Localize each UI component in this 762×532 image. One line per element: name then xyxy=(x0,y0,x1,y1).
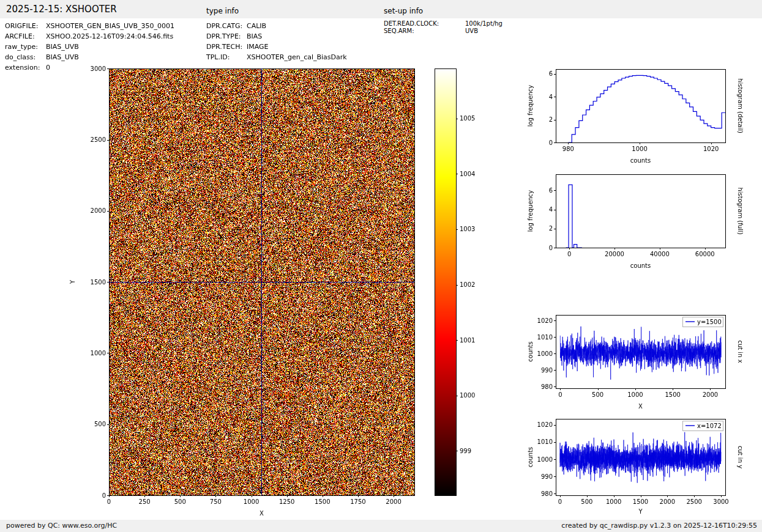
do-class-value: BIAS_UVB xyxy=(46,52,79,62)
arcfile-row: ARCFILE: XSHOO.2025-12-16T09:24:04.546.f… xyxy=(5,31,174,42)
footer-created-by: created by qc_rawdisp.py v1.2.3 on 2025-… xyxy=(561,520,757,532)
extension-value: 0 xyxy=(46,62,50,73)
setup-info-block: DET.READ.CLOCK: 100k/1pt/hg SEQ.ARM: UVB xyxy=(384,20,502,35)
cut-in-x-plot xyxy=(520,307,744,417)
histogram-detail-plot xyxy=(520,61,744,171)
raw-type-label: raw_type: xyxy=(5,42,46,52)
dpr-tech-label: DPR.TECH: xyxy=(206,42,247,52)
type-info-heading: type info xyxy=(206,7,239,15)
dpr-type-label: DPR.TYPE: xyxy=(206,31,247,42)
origfile-label: ORIGFILE: xyxy=(5,21,46,31)
dpr-type-row: DPR.TYPE: BIAS xyxy=(206,31,347,42)
qc-rawdisp-page: 2025-12-15: XSHOOTER type info set-up in… xyxy=(0,0,762,532)
arcfile-label: ARCFILE: xyxy=(5,31,46,42)
header-bar: 2025-12-15: XSHOOTER type info set-up in… xyxy=(0,0,762,18)
tpl-id-value: XSHOOTER_gen_cal_BiasDark xyxy=(247,52,347,62)
tpl-id-label: TPL.ID: xyxy=(206,52,247,62)
do-class-row: do_class: BIAS_UVB xyxy=(5,52,174,62)
seq-arm-label: SEQ.ARM: xyxy=(384,28,465,35)
origfile-value: XSHOOTER_GEN_BIAS_UVB_350_0001 xyxy=(46,21,174,31)
colorbar xyxy=(431,61,484,520)
read-clock-value: 100k/1pt/hg xyxy=(465,20,502,28)
type-info-block: DPR.CATG: CALIB DPR.TYPE: BIAS DPR.TECH:… xyxy=(206,21,347,62)
dpr-catg-value: CALIB xyxy=(247,21,266,31)
seq-arm-row: SEQ.ARM: UVB xyxy=(384,28,502,35)
tpl-id-row: TPL.ID: XSHOOTER_gen_cal_BiasDark xyxy=(206,52,347,62)
do-class-label: do_class: xyxy=(5,52,46,62)
extension-label: extension: xyxy=(5,62,46,73)
raw-type-value: BIAS_UVB xyxy=(46,42,79,52)
page-title: 2025-12-15: XSHOOTER xyxy=(6,4,117,15)
footer-bar: powered by QC: www.eso.org/HC created by… xyxy=(0,520,762,532)
dpr-tech-row: DPR.TECH: IMAGE xyxy=(206,42,347,52)
cut-in-y-plot xyxy=(520,411,744,520)
dpr-catg-label: DPR.CATG: xyxy=(206,21,247,31)
origfile-row: ORIGFILE: XSHOOTER_GEN_BIAS_UVB_350_0001 xyxy=(5,21,174,31)
extension-row: extension: 0 xyxy=(5,62,174,73)
dpr-type-value: BIAS xyxy=(247,31,262,42)
dpr-catg-row: DPR.CATG: CALIB xyxy=(206,21,347,31)
dpr-tech-value: IMAGE xyxy=(247,42,269,52)
file-info-block: ORIGFILE: XSHOOTER_GEN_BIAS_UVB_350_0001… xyxy=(5,21,174,73)
setup-info-heading: set-up info xyxy=(384,7,423,15)
histogram-full-plot xyxy=(520,166,744,276)
read-clock-row: DET.READ.CLOCK: 100k/1pt/hg xyxy=(384,20,502,28)
raw-type-row: raw_type: BIAS_UVB xyxy=(5,42,174,52)
arcfile-value: XSHOO.2025-12-16T09:24:04.546.fits xyxy=(46,31,173,42)
footer-powered-by: powered by QC: www.eso.org/HC xyxy=(6,520,117,532)
read-clock-label: DET.READ.CLOCK: xyxy=(384,20,465,28)
seq-arm-value: UVB xyxy=(465,28,478,35)
raw-image-plot xyxy=(58,61,435,520)
